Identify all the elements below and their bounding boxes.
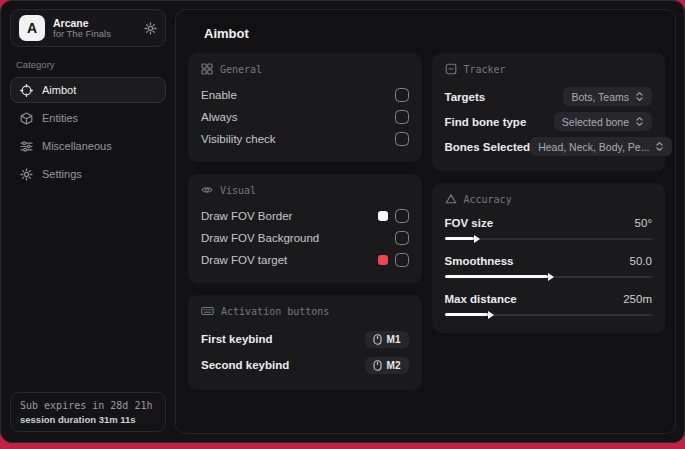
sidebar-item-label: Settings (42, 168, 82, 180)
card-title: Tracker (464, 64, 506, 75)
sidebar-item-miscellaneous[interactable]: Miscellaneous (10, 133, 166, 159)
sidebar-item-aimbot[interactable]: Aimbot (10, 77, 166, 103)
keybind-value: M2 (387, 360, 401, 371)
sidebar-item-label: Entities (42, 112, 78, 124)
card-title: General (220, 64, 262, 75)
smoothness-slider[interactable] (445, 272, 653, 281)
setting-row-smoothness: Smoothness 50.0 (445, 252, 653, 281)
slider-thumb[interactable] (474, 235, 480, 243)
setting-row-bones-selected: Bones Selected Head, Neck, Body, Pe... (445, 134, 653, 159)
minus-square-icon (445, 63, 457, 75)
setting-value: 250m (623, 293, 652, 305)
setting-label: Max distance (445, 293, 624, 305)
keyboard-icon (201, 305, 214, 317)
setting-label: First keybind (201, 333, 365, 345)
app-name: Arcane (53, 17, 136, 29)
sidebar-item-label: Miscellaneous (42, 140, 112, 152)
crosshair-icon (20, 84, 33, 97)
gear-icon[interactable] (144, 22, 157, 35)
mouse-icon (373, 334, 382, 345)
bones-selected-select[interactable]: Head, Neck, Body, Pe... (530, 137, 672, 156)
session-duration-text: session duration 31m 11s (20, 414, 156, 425)
category-label: Category (16, 59, 166, 70)
select-value: Selected bone (562, 116, 629, 128)
triangle-icon (445, 193, 457, 205)
setting-label: FOV size (445, 217, 635, 229)
fov-size-slider[interactable] (445, 234, 653, 243)
second-keybind-button[interactable]: M2 (365, 357, 409, 374)
sub-expiry-text: Sub expires in 28d 21h (20, 400, 156, 411)
setting-label: Draw FOV Border (201, 210, 378, 222)
app-window: A Arcane for The Finals Category (0, 0, 685, 443)
card-tracker: Tracker Targets Bots, Teams (432, 53, 666, 171)
setting-label: Draw FOV Background (201, 232, 395, 244)
keybind-value: M1 (387, 334, 401, 345)
visibility-check-checkbox[interactable] (395, 132, 409, 146)
setting-label: Find bone type (445, 116, 554, 128)
setting-row-fov-size: FOV size 50° (445, 214, 653, 243)
setting-row-max-distance: Max distance 250m (445, 290, 653, 319)
always-checkbox[interactable] (395, 110, 409, 124)
sidebar-nav: Aimbot Entities (10, 77, 166, 187)
color-swatch[interactable] (378, 255, 388, 265)
setting-label: Always (201, 111, 395, 123)
setting-row-fov-target: Draw FOV target (201, 249, 409, 271)
card-title: Visual (220, 185, 256, 196)
color-swatch[interactable] (378, 211, 388, 221)
setting-label: Bones Selected (445, 141, 531, 153)
chevrons-up-down-icon (635, 116, 644, 127)
subscription-card: Sub expires in 28d 21h session duration … (10, 392, 166, 432)
card-activation-buttons: Activation buttons First keybind (188, 295, 422, 390)
gear-icon (20, 168, 33, 181)
slider-thumb[interactable] (548, 273, 554, 281)
app-header-card: A Arcane for The Finals (10, 9, 166, 47)
app-logo: A (19, 15, 45, 41)
card-general: General Enable Always Visibility check (188, 53, 422, 162)
sidebar: A Arcane for The Finals Category (1, 1, 175, 442)
targets-select[interactable]: Bots, Teams (563, 87, 652, 106)
app-subtitle: for The Finals (53, 29, 136, 40)
fov-background-checkbox[interactable] (395, 231, 409, 245)
enable-checkbox[interactable] (395, 88, 409, 102)
sidebar-item-entities[interactable]: Entities (10, 105, 166, 131)
setting-label: Smoothness (445, 255, 630, 267)
setting-label: Second keybind (201, 359, 365, 371)
sidebar-item-settings[interactable]: Settings (10, 161, 166, 187)
main-panel: Aimbot General Enable (175, 9, 676, 434)
setting-row-first-keybind: First keybind M1 (201, 326, 409, 352)
chevrons-up-down-icon (635, 91, 644, 102)
card-visual: Visual Draw FOV Border Draw FOV Backgrou… (188, 174, 422, 283)
setting-value: 50° (635, 217, 652, 229)
setting-label: Visibility check (201, 133, 395, 145)
first-keybind-button[interactable]: M1 (365, 331, 409, 348)
setting-row-targets: Targets Bots, Teams (445, 84, 653, 109)
max-distance-slider[interactable] (445, 310, 653, 319)
grid-icon (201, 63, 213, 75)
fov-target-checkbox[interactable] (395, 253, 409, 267)
setting-row-always: Always (201, 106, 409, 128)
setting-row-fov-background: Draw FOV Background (201, 227, 409, 249)
fov-border-checkbox[interactable] (395, 209, 409, 223)
card-title: Activation buttons (221, 306, 329, 317)
setting-label: Enable (201, 89, 395, 101)
setting-row-find-bone-type: Find bone type Selected bone (445, 109, 653, 134)
cube-icon (20, 112, 33, 125)
eye-icon (201, 184, 213, 196)
card-accuracy: Accuracy FOV size 50° (432, 183, 666, 333)
sidebar-item-label: Aimbot (42, 84, 76, 96)
chevrons-up-down-icon (655, 141, 664, 152)
setting-row-visibility-check: Visibility check (201, 128, 409, 150)
mouse-icon (373, 360, 382, 371)
setting-label: Draw FOV target (201, 254, 378, 266)
page-title: Aimbot (204, 26, 665, 41)
slider-thumb[interactable] (488, 311, 494, 319)
select-value: Head, Neck, Body, Pe... (538, 141, 649, 153)
find-bone-type-select[interactable]: Selected bone (554, 112, 652, 131)
sliders-icon (20, 140, 33, 153)
setting-value: 50.0 (630, 255, 652, 267)
setting-label: Targets (445, 91, 564, 103)
setting-row-fov-border: Draw FOV Border (201, 205, 409, 227)
card-title: Accuracy (464, 194, 512, 205)
select-value: Bots, Teams (571, 91, 629, 103)
setting-row-second-keybind: Second keybind M2 (201, 352, 409, 378)
